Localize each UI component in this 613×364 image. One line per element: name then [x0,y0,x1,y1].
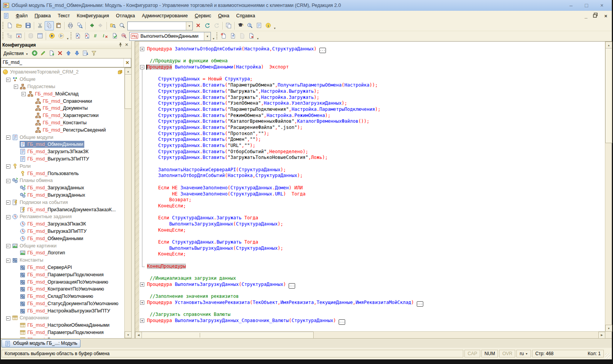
code-line[interactable] [135,209,605,215]
fold-margin[interactable] [139,179,147,185]
fold-margin[interactable] [139,82,147,88]
menu-Отладка[interactable]: Отладка [112,12,138,20]
tree-item[interactable]: ГБ_msd_ПриЗаписиДокументаЗаказК... [1,206,125,213]
fold-margin[interactable] [139,288,147,294]
fold-margin[interactable]: + [139,46,147,52]
fold-margin[interactable] [139,70,147,77]
expand-icon[interactable]: + [140,282,144,287]
collapse-icon[interactable] [6,243,11,248]
scroll-thumb[interactable] [142,332,314,339]
tree-item[interactable]: ГБ_msd_ЗагрузкаЗПкакЗК [1,220,125,228]
collapse-icon[interactable] [13,84,18,89]
procedure-combo-value[interactable]: ВыполнитьОбменДанными [139,33,204,39]
tree-item[interactable]: Подписки на события [1,199,125,206]
save-button[interactable] [23,21,33,30]
tree-item[interactable]: Константы [1,257,125,264]
fold-margin[interactable] [139,167,147,173]
scroll-down-icon[interactable]: ▼ [125,331,131,338]
scroll-up-icon[interactable]: ▲ [605,42,612,48]
code-line[interactable]: Если СтруктураДанных.Загружать Тогда [135,215,605,221]
scroll-left-icon[interactable]: ◀ [135,332,142,339]
code-line[interactable] [135,257,605,264]
code-line[interactable]: //Процедуры и функции обмена [135,58,605,64]
fold-margin[interactable] [139,203,147,209]
menu-Сервис[interactable]: Сервис [191,12,215,20]
fold-margin[interactable] [139,215,147,221]
fold-margin[interactable] [139,227,147,234]
tree-item[interactable]: ГБ_msd_СерверAPI [1,264,125,271]
menu-Справка[interactable]: Справка [233,12,259,20]
code-line[interactable]: +Процедура ЗаполнитьОтборДляСобытий(Наст… [135,46,605,52]
collapse-icon[interactable] [6,258,11,263]
paste-button[interactable] [54,21,63,30]
code-line[interactable]: СтруктураДанных = Новый Структура; [135,76,605,82]
toolbar-grip[interactable] [2,32,3,40]
code-line[interactable]: КонецПроцедуры [135,264,605,270]
copy-object-button[interactable] [48,50,55,57]
fold-margin[interactable] [139,209,147,215]
toolbar-more-icon[interactable]: ▼ [256,32,260,41]
collapsed-body-marker[interactable]: ... [339,319,345,325]
code-line[interactable]: КонецЕсли; [135,251,605,257]
tree-item[interactable]: ГБ_msd_НастройкиОбменаДанными [1,322,125,329]
collapse-icon[interactable]: − [140,65,144,69]
minimize-button[interactable]: – [563,2,579,8]
collapse-icon[interactable] [6,214,11,219]
tree-item[interactable]: ГБ_msd_Пользователь [1,170,125,177]
scroll-thumb[interactable] [125,74,131,109]
fold-margin[interactable] [139,245,147,252]
configuration-tree-button[interactable] [5,32,14,41]
context-help-button[interactable]: ? [245,21,254,30]
toolbar-grip[interactable] [70,32,72,40]
fold-margin[interactable] [139,264,147,270]
fold-margin[interactable] [139,191,147,197]
code-line[interactable]: СтруктураДанных.Вставить("ОтборСобытий",… [135,149,605,155]
uncomment-block-button[interactable]: / [101,32,110,41]
fold-margin[interactable] [139,257,147,264]
previous-bookmark-button[interactable] [237,32,247,41]
scroll-right-icon[interactable]: ▶ [598,332,605,339]
fold-margin[interactable] [139,76,147,82]
tree-item[interactable]: ГБ_msd_Константы [1,119,125,127]
code-line[interactable]: −Процедура ВыполнитьОбменДанными(Настрой… [135,64,605,70]
fold-margin[interactable] [139,131,147,137]
open-button[interactable] [14,21,23,30]
fold-margin[interactable] [139,149,147,155]
fold-margin[interactable] [139,52,147,58]
fold-margin[interactable] [139,100,147,107]
tree-item[interactable]: ГБ_msd_ОбменДанными [1,235,125,242]
fold-margin[interactable] [139,239,147,245]
collapse-icon[interactable] [6,316,11,321]
fold-margin[interactable] [139,95,147,101]
fold-margin[interactable] [139,197,147,203]
cut-button[interactable] [35,21,45,30]
fold-margin[interactable] [139,306,147,312]
search-combo[interactable]: ▼ [127,22,193,30]
edit-button[interactable] [39,50,47,57]
tree-item[interactable]: Общие [1,76,125,83]
collapse-icon[interactable] [21,91,26,96]
window-tab-module[interactable]: Общий модуль ГБ_...: Модуль [2,339,80,347]
tree-item[interactable]: ГБ_msd_ВыгрузкаДанных [1,192,125,199]
menu-Администрирование[interactable]: Администрирование [139,12,191,20]
tree-item[interactable]: ГБ_msd_ЗагрузкаДанных [1,184,125,192]
tree-item[interactable]: ГБ_msd_ПараметрыПодключения [1,329,125,336]
filter-input[interactable]: ГБ_msd_ [1,58,124,67]
code-line[interactable]: КонецЕсли; [135,203,605,209]
chevron-down-icon[interactable]: ▼ [204,32,210,40]
fold-margin[interactable] [139,107,147,113]
fold-margin[interactable] [139,294,147,300]
code-line[interactable]: СтруктураДанных.Вставить("РасширениеФайл… [135,125,605,131]
tree-item[interactable]: Роли [1,162,125,170]
about-button[interactable]: i [264,21,273,30]
status-ru-cell[interactable]: ru▼ [516,350,531,357]
sort-list-button[interactable] [82,50,89,57]
code-line[interactable]: СтруктураДанных.Вставить("КаталогВременн… [135,119,605,125]
menu-Файл[interactable]: Файл [12,12,31,20]
save-template-button[interactable]: Ав [82,32,92,41]
start-debugging-button[interactable] [47,32,57,41]
fold-margin[interactable] [139,155,147,161]
open-form-button[interactable] [35,32,45,41]
code-line[interactable]: +Процедура ВыполнитьЗагрузкуДанных_Справ… [135,318,605,324]
add-button[interactable] [31,50,38,57]
